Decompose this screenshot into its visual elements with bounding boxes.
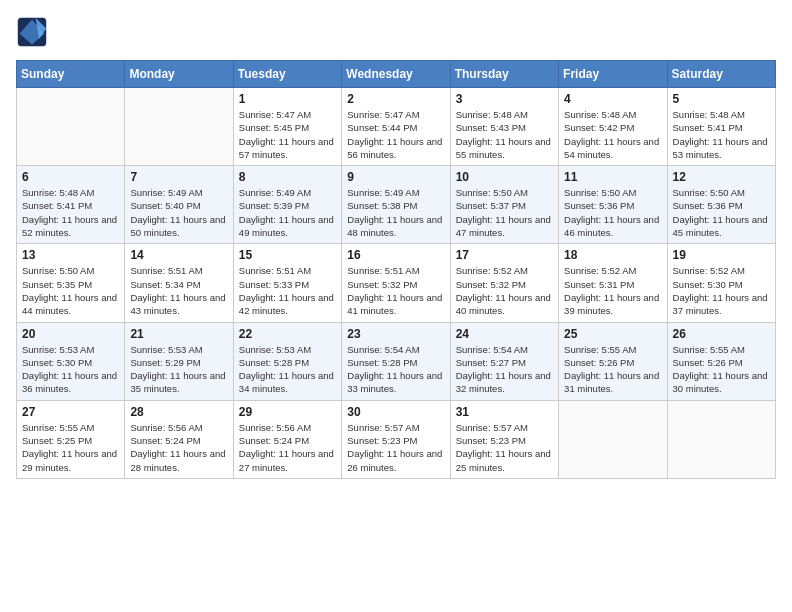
day-number: 17 <box>456 248 553 262</box>
day-info: Sunrise: 5:52 AM Sunset: 5:32 PM Dayligh… <box>456 264 553 317</box>
day-number: 7 <box>130 170 227 184</box>
day-number: 26 <box>673 327 770 341</box>
calendar-cell: 21 Sunrise: 5:53 AM Sunset: 5:29 PM Dayl… <box>125 322 233 400</box>
sunrise-text: Sunrise: 5:50 AM <box>564 187 636 198</box>
daylight-text: Daylight: 11 hours and 48 minutes. <box>347 214 442 238</box>
daylight-text: Daylight: 11 hours and 42 minutes. <box>239 292 334 316</box>
sunset-text: Sunset: 5:33 PM <box>239 279 309 290</box>
day-number: 27 <box>22 405 119 419</box>
calendar-cell: 18 Sunrise: 5:52 AM Sunset: 5:31 PM Dayl… <box>559 244 667 322</box>
daylight-text: Daylight: 11 hours and 50 minutes. <box>130 214 225 238</box>
calendar-week-row: 6 Sunrise: 5:48 AM Sunset: 5:41 PM Dayli… <box>17 166 776 244</box>
sunrise-text: Sunrise: 5:55 AM <box>564 344 636 355</box>
daylight-text: Daylight: 11 hours and 56 minutes. <box>347 136 442 160</box>
day-number: 15 <box>239 248 336 262</box>
sunrise-text: Sunrise: 5:54 AM <box>456 344 528 355</box>
sunrise-text: Sunrise: 5:53 AM <box>239 344 311 355</box>
calendar-cell: 10 Sunrise: 5:50 AM Sunset: 5:37 PM Dayl… <box>450 166 558 244</box>
day-number: 1 <box>239 92 336 106</box>
daylight-text: Daylight: 11 hours and 31 minutes. <box>564 370 659 394</box>
sunset-text: Sunset: 5:30 PM <box>673 279 743 290</box>
day-info: Sunrise: 5:49 AM Sunset: 5:38 PM Dayligh… <box>347 186 444 239</box>
day-info: Sunrise: 5:48 AM Sunset: 5:41 PM Dayligh… <box>673 108 770 161</box>
page-header <box>16 16 776 48</box>
sunrise-text: Sunrise: 5:56 AM <box>130 422 202 433</box>
calendar-cell: 4 Sunrise: 5:48 AM Sunset: 5:42 PM Dayli… <box>559 88 667 166</box>
daylight-text: Daylight: 11 hours and 39 minutes. <box>564 292 659 316</box>
day-info: Sunrise: 5:47 AM Sunset: 5:45 PM Dayligh… <box>239 108 336 161</box>
daylight-text: Daylight: 11 hours and 30 minutes. <box>673 370 768 394</box>
day-info: Sunrise: 5:50 AM Sunset: 5:36 PM Dayligh… <box>564 186 661 239</box>
sunrise-text: Sunrise: 5:47 AM <box>239 109 311 120</box>
daylight-text: Daylight: 11 hours and 33 minutes. <box>347 370 442 394</box>
daylight-text: Daylight: 11 hours and 26 minutes. <box>347 448 442 472</box>
day-number: 22 <box>239 327 336 341</box>
day-info: Sunrise: 5:51 AM Sunset: 5:33 PM Dayligh… <box>239 264 336 317</box>
daylight-text: Daylight: 11 hours and 53 minutes. <box>673 136 768 160</box>
calendar-cell: 7 Sunrise: 5:49 AM Sunset: 5:40 PM Dayli… <box>125 166 233 244</box>
daylight-text: Daylight: 11 hours and 44 minutes. <box>22 292 117 316</box>
sunrise-text: Sunrise: 5:47 AM <box>347 109 419 120</box>
day-info: Sunrise: 5:50 AM Sunset: 5:35 PM Dayligh… <box>22 264 119 317</box>
day-info: Sunrise: 5:57 AM Sunset: 5:23 PM Dayligh… <box>456 421 553 474</box>
sunrise-text: Sunrise: 5:50 AM <box>673 187 745 198</box>
sunrise-text: Sunrise: 5:51 AM <box>130 265 202 276</box>
calendar-table: SundayMondayTuesdayWednesdayThursdayFrid… <box>16 60 776 479</box>
calendar-cell <box>667 400 775 478</box>
sunrise-text: Sunrise: 5:48 AM <box>456 109 528 120</box>
sunrise-text: Sunrise: 5:48 AM <box>22 187 94 198</box>
calendar-cell: 1 Sunrise: 5:47 AM Sunset: 5:45 PM Dayli… <box>233 88 341 166</box>
calendar-cell: 30 Sunrise: 5:57 AM Sunset: 5:23 PM Dayl… <box>342 400 450 478</box>
daylight-text: Daylight: 11 hours and 28 minutes. <box>130 448 225 472</box>
day-info: Sunrise: 5:56 AM Sunset: 5:24 PM Dayligh… <box>130 421 227 474</box>
sunset-text: Sunset: 5:36 PM <box>673 200 743 211</box>
daylight-text: Daylight: 11 hours and 40 minutes. <box>456 292 551 316</box>
day-number: 29 <box>239 405 336 419</box>
sunset-text: Sunset: 5:27 PM <box>456 357 526 368</box>
daylight-text: Daylight: 11 hours and 36 minutes. <box>22 370 117 394</box>
calendar-cell: 24 Sunrise: 5:54 AM Sunset: 5:27 PM Dayl… <box>450 322 558 400</box>
day-info: Sunrise: 5:55 AM Sunset: 5:26 PM Dayligh… <box>564 343 661 396</box>
calendar-cell: 19 Sunrise: 5:52 AM Sunset: 5:30 PM Dayl… <box>667 244 775 322</box>
day-number: 5 <box>673 92 770 106</box>
calendar-cell: 20 Sunrise: 5:53 AM Sunset: 5:30 PM Dayl… <box>17 322 125 400</box>
sunset-text: Sunset: 5:44 PM <box>347 122 417 133</box>
sunset-text: Sunset: 5:43 PM <box>456 122 526 133</box>
sunrise-text: Sunrise: 5:52 AM <box>673 265 745 276</box>
calendar-cell: 14 Sunrise: 5:51 AM Sunset: 5:34 PM Dayl… <box>125 244 233 322</box>
day-number: 14 <box>130 248 227 262</box>
calendar-cell: 15 Sunrise: 5:51 AM Sunset: 5:33 PM Dayl… <box>233 244 341 322</box>
header-thursday: Thursday <box>450 61 558 88</box>
day-info: Sunrise: 5:57 AM Sunset: 5:23 PM Dayligh… <box>347 421 444 474</box>
day-number: 10 <box>456 170 553 184</box>
day-number: 8 <box>239 170 336 184</box>
calendar-week-row: 13 Sunrise: 5:50 AM Sunset: 5:35 PM Dayl… <box>17 244 776 322</box>
sunset-text: Sunset: 5:24 PM <box>239 435 309 446</box>
sunrise-text: Sunrise: 5:55 AM <box>22 422 94 433</box>
sunrise-text: Sunrise: 5:48 AM <box>673 109 745 120</box>
sunset-text: Sunset: 5:45 PM <box>239 122 309 133</box>
sunrise-text: Sunrise: 5:49 AM <box>239 187 311 198</box>
sunrise-text: Sunrise: 5:49 AM <box>347 187 419 198</box>
header-sunday: Sunday <box>17 61 125 88</box>
day-number: 19 <box>673 248 770 262</box>
day-info: Sunrise: 5:55 AM Sunset: 5:25 PM Dayligh… <box>22 421 119 474</box>
calendar-header-row: SundayMondayTuesdayWednesdayThursdayFrid… <box>17 61 776 88</box>
calendar-cell <box>125 88 233 166</box>
sunset-text: Sunset: 5:41 PM <box>673 122 743 133</box>
sunset-text: Sunset: 5:23 PM <box>456 435 526 446</box>
daylight-text: Daylight: 11 hours and 47 minutes. <box>456 214 551 238</box>
calendar-cell: 27 Sunrise: 5:55 AM Sunset: 5:25 PM Dayl… <box>17 400 125 478</box>
sunrise-text: Sunrise: 5:52 AM <box>564 265 636 276</box>
sunset-text: Sunset: 5:26 PM <box>673 357 743 368</box>
calendar-cell: 26 Sunrise: 5:55 AM Sunset: 5:26 PM Dayl… <box>667 322 775 400</box>
calendar-week-row: 1 Sunrise: 5:47 AM Sunset: 5:45 PM Dayli… <box>17 88 776 166</box>
daylight-text: Daylight: 11 hours and 27 minutes. <box>239 448 334 472</box>
sunrise-text: Sunrise: 5:52 AM <box>456 265 528 276</box>
sunrise-text: Sunrise: 5:48 AM <box>564 109 636 120</box>
calendar-cell: 8 Sunrise: 5:49 AM Sunset: 5:39 PM Dayli… <box>233 166 341 244</box>
daylight-text: Daylight: 11 hours and 49 minutes. <box>239 214 334 238</box>
daylight-text: Daylight: 11 hours and 55 minutes. <box>456 136 551 160</box>
daylight-text: Daylight: 11 hours and 41 minutes. <box>347 292 442 316</box>
sunset-text: Sunset: 5:37 PM <box>456 200 526 211</box>
